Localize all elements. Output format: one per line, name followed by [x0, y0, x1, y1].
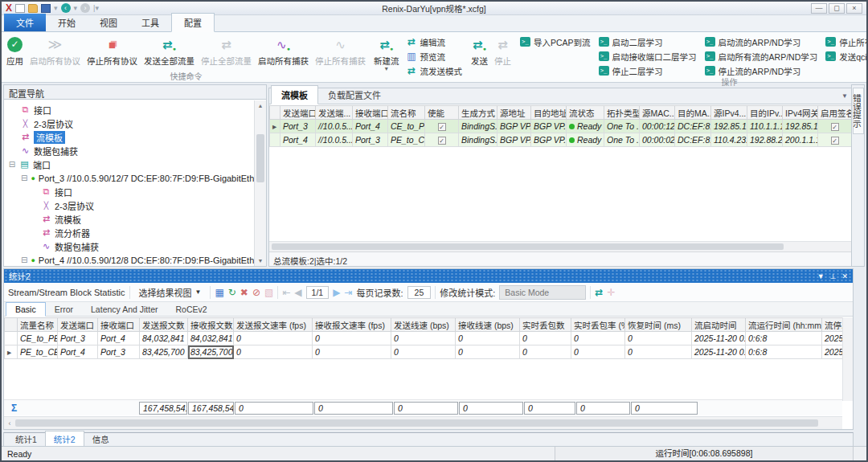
cell[interactable]: Port_4 [353, 120, 388, 133]
column-header[interactable]: 源MAC... [640, 106, 675, 120]
table-row[interactable]: CE_to_PEPort_3Port_484,032,84184,032,841… [5, 332, 843, 345]
tree-item-interface[interactable]: 接口 [4, 103, 254, 117]
import-pcap-button[interactable]: 导入PCAP到流 [518, 35, 593, 48]
tab-rocev2[interactable]: RoCEv2 [167, 303, 216, 316]
pin-icon[interactable]: ⊥ [830, 272, 837, 280]
statistics-title-bar[interactable]: 统计2 ▼ ⊥ ✕ [4, 269, 853, 283]
close-panel-icon[interactable]: ✕ [841, 272, 848, 280]
stop-all-capture-button[interactable]: 停止所有捕获 [312, 33, 369, 67]
cell[interactable]: Port_4 [280, 133, 316, 147]
error-hint-side-tab[interactable]: 错误提示 [853, 88, 864, 134]
column-header[interactable]: 流启动时间 [692, 318, 746, 332]
column-header[interactable]: 发送线速 (bps) [391, 318, 456, 332]
scrollbar-thumb[interactable] [15, 419, 818, 427]
start-all-streams-arp-nd-button[interactable]: 启动所有流的ARP/ND学习 [702, 50, 821, 63]
scrollbar-thumb[interactable] [256, 134, 264, 182]
tab-file[interactable]: 文件 [4, 14, 46, 31]
cell[interactable]: 00:00:12... [640, 120, 675, 133]
new-file-icon[interactable] [15, 4, 25, 13]
tree-item-stream-template[interactable]: 流模板 [4, 130, 254, 144]
stream-horizontal-scrollbar[interactable] [269, 241, 851, 251]
cell[interactable]: 0 [313, 332, 391, 345]
cell[interactable]: 192.88.2... [747, 133, 783, 147]
cell[interactable]: CE_to_PE [18, 332, 58, 345]
column-header[interactable]: 目的IPv... [747, 106, 783, 120]
cell[interactable]: 0 [520, 332, 571, 345]
column-header[interactable]: 目的MA... [675, 106, 711, 120]
cell[interactable] [5, 332, 18, 345]
tab-stats1[interactable]: 统计1 [7, 431, 45, 447]
column-header[interactable]: 流停... [822, 318, 843, 332]
stop-all-protocols-button[interactable]: 停止所有协议 [84, 33, 141, 67]
column-header[interactable]: 源IPv4... [711, 106, 747, 120]
dropdown-caret-icon[interactable]: ▾ [74, 4, 78, 12]
table-row[interactable]: ▸Port_3//10.0.5...Port_4CE_to_PE✓Binding… [270, 120, 852, 133]
send-button[interactable]: 发送 [468, 33, 491, 67]
cell[interactable]: Port_4 [58, 345, 98, 359]
panel-menu-icon[interactable]: ▼ [817, 272, 825, 280]
cell[interactable]: 0 [456, 332, 520, 345]
back-icon[interactable]: ‹ [61, 3, 71, 13]
scroll-down-icon[interactable]: ▼ [255, 256, 266, 266]
tab-view[interactable]: 视图 [88, 14, 129, 31]
last-page-icon[interactable]: ⇥ [344, 286, 352, 299]
next-page-icon[interactable]: ▶ [333, 286, 340, 299]
cell[interactable]: ▸ [270, 120, 280, 133]
column-header[interactable]: 接收报文数 [188, 318, 234, 332]
tab-home[interactable]: 开始 [46, 14, 88, 31]
column-header[interactable]: 源地址 [497, 106, 531, 120]
cell[interactable]: 2025- [822, 332, 843, 345]
cell[interactable]: DC:EF:8... [675, 120, 711, 133]
column-header[interactable]: 流量名称 [18, 318, 58, 332]
column-header[interactable]: 接收报文速率 (fps) [313, 318, 391, 332]
resize-grip[interactable] [854, 447, 866, 460]
preview-stream-button[interactable]: ▥预览流 [404, 50, 465, 63]
column-header[interactable]: 使能 [425, 106, 459, 120]
cell[interactable]: 192.85.1.2 [711, 120, 747, 133]
collapse-expander-icon[interactable] [21, 174, 27, 182]
cell[interactable]: BindingS... [459, 120, 497, 133]
cell[interactable]: 2025- [822, 345, 843, 359]
collapse-expander-icon[interactable] [8, 160, 16, 169]
cell[interactable]: 192.85.1.1 [783, 120, 818, 133]
send-all-traffic-button[interactable]: 发送全部流量 [141, 33, 198, 67]
cell[interactable]: Port_4 [98, 332, 140, 345]
dropdown-caret-icon[interactable]: ▾ [54, 4, 58, 12]
cell[interactable]: 110.1.1.1 [747, 120, 783, 133]
cell[interactable]: ✓ [425, 120, 459, 133]
minimize-button[interactable]: — [811, 3, 827, 14]
reset-stats-icon[interactable]: ⊘ [252, 286, 260, 299]
column-header[interactable]: IPv4网关 [783, 106, 818, 120]
tree-item-port4[interactable]: Port_4 //10.0.5.90/12/8 DC:EF:80:7F:D9:F… [4, 253, 254, 266]
cell[interactable]: One To ... [604, 120, 640, 133]
cell[interactable]: 0 [456, 345, 520, 359]
column-header[interactable]: 流状态 [567, 106, 604, 120]
open-file-icon[interactable] [28, 4, 38, 13]
select-result-view-button[interactable]: 选择结果视图▼ [134, 284, 207, 301]
start-l2-learning-button[interactable]: 启动二层学习 [596, 35, 699, 48]
tab-config[interactable]: 配置 [171, 13, 215, 32]
cell[interactable]: 0 [313, 345, 391, 359]
cell[interactable]: 0:6:8 [746, 332, 822, 345]
stop-all-traffic-button[interactable]: 停止全部流量 [198, 33, 255, 67]
column-header[interactable]: 发送端... [316, 106, 353, 120]
cell[interactable]: 0 [391, 332, 456, 345]
quick-access-menu-icon[interactable]: |▾ [93, 4, 99, 12]
panel-collapse-icon[interactable]: ▼ [841, 92, 848, 100]
add-view-icon[interactable]: ✛ [607, 286, 615, 299]
cell[interactable]: 0 [571, 345, 625, 359]
cell[interactable]: //10.0.5... [316, 120, 353, 133]
cell[interactable]: One To ... [604, 133, 640, 147]
column-header[interactable] [270, 106, 280, 120]
cell[interactable]: 84,032,841 [188, 332, 234, 345]
cell[interactable]: //10.0.5... [316, 133, 353, 147]
stat-mode-select[interactable]: Basic Mode [499, 285, 586, 300]
cell[interactable]: 0 [625, 332, 692, 345]
stop-stream-arp-nd-button[interactable]: 停止流的ARP/ND学习 [702, 64, 821, 77]
tree-item-packet-capture[interactable]: 数据包捕获 [4, 144, 254, 157]
cell[interactable]: Port_3 [98, 345, 140, 359]
cell[interactable]: 110.4.23... [711, 133, 747, 147]
column-header[interactable]: 恢复时间 (ms) [625, 318, 692, 332]
tree-item-packet-capture[interactable]: 数据包捕获 [4, 239, 254, 253]
tab-load-profile[interactable]: 负载配置文件 [318, 86, 391, 104]
